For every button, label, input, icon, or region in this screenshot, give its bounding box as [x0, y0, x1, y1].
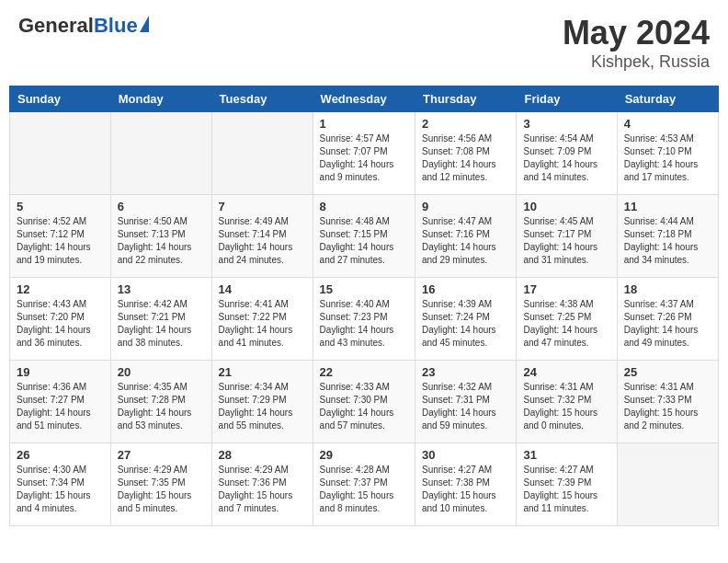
calendar-cell: 30Sunrise: 4:27 AMSunset: 7:38 PMDayligh… — [415, 443, 517, 526]
calendar-cell: 17Sunrise: 4:38 AMSunset: 7:25 PMDayligh… — [517, 278, 617, 361]
calendar-cell: 21Sunrise: 4:34 AMSunset: 7:29 PMDayligh… — [211, 361, 313, 443]
day-header-monday: Monday — [110, 86, 211, 112]
day-info: Sunrise: 4:56 AMSunset: 7:08 PMDaylight:… — [422, 132, 509, 184]
calendar-cell — [211, 112, 313, 195]
day-header-sunday: Sunday — [10, 86, 111, 112]
day-number: 1 — [320, 117, 408, 131]
calendar-week-4: 19Sunrise: 4:36 AMSunset: 7:27 PMDayligh… — [10, 361, 719, 443]
title-block: May 2024 Kishpek, Russia — [563, 14, 710, 72]
day-number: 24 — [523, 365, 609, 379]
day-info: Sunrise: 4:31 AMSunset: 7:33 PMDaylight:… — [624, 381, 711, 432]
day-number: 10 — [523, 200, 609, 213]
calendar-cell — [10, 112, 111, 195]
calendar-week-1: 1Sunrise: 4:57 AMSunset: 7:07 PMDaylight… — [10, 112, 719, 195]
calendar-cell: 14Sunrise: 4:41 AMSunset: 7:22 PMDayligh… — [211, 278, 313, 361]
day-number: 7 — [219, 200, 306, 213]
day-info: Sunrise: 4:37 AMSunset: 7:26 PMDaylight:… — [624, 298, 711, 350]
day-number: 27 — [118, 448, 205, 462]
day-info: Sunrise: 4:29 AMSunset: 7:36 PMDaylight:… — [219, 464, 306, 515]
calendar-cell: 23Sunrise: 4:32 AMSunset: 7:31 PMDayligh… — [415, 361, 517, 443]
day-number: 4 — [624, 117, 711, 131]
calendar-cell: 7Sunrise: 4:49 AMSunset: 7:14 PMDaylight… — [211, 195, 313, 278]
calendar-cell: 6Sunrise: 4:50 AMSunset: 7:13 PMDaylight… — [110, 195, 211, 278]
day-info: Sunrise: 4:41 AMSunset: 7:22 PMDaylight:… — [219, 298, 306, 350]
day-number: 11 — [624, 200, 711, 213]
day-info: Sunrise: 4:32 AMSunset: 7:31 PMDaylight:… — [422, 381, 509, 432]
calendar-cell: 2Sunrise: 4:56 AMSunset: 7:08 PMDaylight… — [415, 112, 517, 195]
logo: General Blue — [18, 14, 149, 38]
day-info: Sunrise: 4:47 AMSunset: 7:16 PMDaylight:… — [422, 215, 509, 267]
day-info: Sunrise: 4:54 AMSunset: 7:09 PMDaylight:… — [523, 132, 609, 184]
day-info: Sunrise: 4:44 AMSunset: 7:18 PMDaylight:… — [624, 215, 711, 267]
calendar-cell: 8Sunrise: 4:48 AMSunset: 7:15 PMDaylight… — [313, 195, 415, 278]
day-info: Sunrise: 4:35 AMSunset: 7:28 PMDaylight:… — [118, 381, 205, 432]
calendar-cell: 11Sunrise: 4:44 AMSunset: 7:18 PMDayligh… — [617, 195, 718, 278]
day-info: Sunrise: 4:48 AMSunset: 7:15 PMDaylight:… — [320, 215, 408, 267]
calendar-cell: 18Sunrise: 4:37 AMSunset: 7:26 PMDayligh… — [617, 278, 718, 361]
logo-general-text: General — [18, 14, 94, 38]
day-number: 17 — [523, 282, 609, 296]
day-info: Sunrise: 4:34 AMSunset: 7:29 PMDaylight:… — [219, 381, 306, 432]
calendar-cell: 13Sunrise: 4:42 AMSunset: 7:21 PMDayligh… — [110, 278, 211, 361]
day-info: Sunrise: 4:30 AMSunset: 7:34 PMDaylight:… — [17, 464, 104, 515]
day-info: Sunrise: 4:52 AMSunset: 7:12 PMDaylight:… — [17, 215, 104, 267]
calendar-week-5: 26Sunrise: 4:30 AMSunset: 7:34 PMDayligh… — [10, 443, 719, 526]
calendar-location: Kishpek, Russia — [563, 52, 710, 72]
calendar-cell: 27Sunrise: 4:29 AMSunset: 7:35 PMDayligh… — [110, 443, 211, 526]
calendar-cell: 19Sunrise: 4:36 AMSunset: 7:27 PMDayligh… — [10, 361, 111, 443]
day-info: Sunrise: 4:36 AMSunset: 7:27 PMDaylight:… — [17, 381, 104, 432]
calendar-cell — [110, 112, 211, 195]
calendar-cell: 9Sunrise: 4:47 AMSunset: 7:16 PMDaylight… — [415, 195, 517, 278]
day-header-saturday: Saturday — [617, 86, 718, 112]
day-number: 6 — [118, 200, 205, 213]
day-number: 13 — [118, 282, 205, 296]
day-info: Sunrise: 4:50 AMSunset: 7:13 PMDaylight:… — [118, 215, 205, 267]
day-number: 26 — [17, 448, 104, 462]
calendar-cell: 26Sunrise: 4:30 AMSunset: 7:34 PMDayligh… — [10, 443, 111, 526]
day-number: 21 — [219, 365, 306, 379]
day-number: 3 — [523, 117, 609, 131]
day-info: Sunrise: 4:38 AMSunset: 7:25 PMDaylight:… — [523, 298, 609, 350]
day-info: Sunrise: 4:45 AMSunset: 7:17 PMDaylight:… — [523, 215, 609, 267]
day-number: 8 — [320, 200, 408, 213]
calendar-cell: 29Sunrise: 4:28 AMSunset: 7:37 PMDayligh… — [313, 443, 415, 526]
day-number: 12 — [17, 282, 104, 296]
day-number: 19 — [17, 365, 104, 379]
day-number: 28 — [219, 448, 306, 462]
logo-triangle-icon — [140, 16, 149, 32]
calendar-cell: 3Sunrise: 4:54 AMSunset: 7:09 PMDaylight… — [517, 112, 617, 195]
day-info: Sunrise: 4:43 AMSunset: 7:20 PMDaylight:… — [17, 298, 104, 350]
calendar-cell: 16Sunrise: 4:39 AMSunset: 7:24 PMDayligh… — [415, 278, 517, 361]
day-number: 14 — [219, 282, 306, 296]
calendar-cell: 20Sunrise: 4:35 AMSunset: 7:28 PMDayligh… — [110, 361, 211, 443]
day-number: 31 — [523, 448, 609, 462]
calendar-cell: 4Sunrise: 4:53 AMSunset: 7:10 PMDaylight… — [617, 112, 718, 195]
calendar-cell: 25Sunrise: 4:31 AMSunset: 7:33 PMDayligh… — [617, 361, 718, 443]
calendar-week-2: 5Sunrise: 4:52 AMSunset: 7:12 PMDaylight… — [10, 195, 719, 278]
calendar-cell: 1Sunrise: 4:57 AMSunset: 7:07 PMDaylight… — [313, 112, 415, 195]
day-number: 23 — [422, 365, 509, 379]
calendar-cell: 22Sunrise: 4:33 AMSunset: 7:30 PMDayligh… — [313, 361, 415, 443]
calendar-cell: 12Sunrise: 4:43 AMSunset: 7:20 PMDayligh… — [10, 278, 111, 361]
day-info: Sunrise: 4:27 AMSunset: 7:38 PMDaylight:… — [422, 464, 509, 515]
day-header-thursday: Thursday — [415, 86, 517, 112]
day-number: 5 — [17, 200, 104, 213]
day-info: Sunrise: 4:28 AMSunset: 7:37 PMDaylight:… — [320, 464, 408, 515]
calendar-title: May 2024 — [563, 14, 710, 52]
calendar-cell: 5Sunrise: 4:52 AMSunset: 7:12 PMDaylight… — [10, 195, 111, 278]
day-header-friday: Friday — [517, 86, 617, 112]
day-header-wednesday: Wednesday — [313, 86, 415, 112]
calendar-cell: 15Sunrise: 4:40 AMSunset: 7:23 PMDayligh… — [313, 278, 415, 361]
day-info: Sunrise: 4:57 AMSunset: 7:07 PMDaylight:… — [320, 132, 408, 184]
day-info: Sunrise: 4:33 AMSunset: 7:30 PMDaylight:… — [320, 381, 408, 432]
calendar-cell: 10Sunrise: 4:45 AMSunset: 7:17 PMDayligh… — [517, 195, 617, 278]
day-info: Sunrise: 4:29 AMSunset: 7:35 PMDaylight:… — [118, 464, 205, 515]
day-info: Sunrise: 4:53 AMSunset: 7:10 PMDaylight:… — [624, 132, 711, 184]
calendar-cell: 24Sunrise: 4:31 AMSunset: 7:32 PMDayligh… — [517, 361, 617, 443]
calendar-table: SundayMondayTuesdayWednesdayThursdayFrid… — [9, 86, 719, 526]
day-info: Sunrise: 4:42 AMSunset: 7:21 PMDaylight:… — [118, 298, 205, 350]
day-info: Sunrise: 4:40 AMSunset: 7:23 PMDaylight:… — [320, 298, 408, 350]
calendar-cell: 28Sunrise: 4:29 AMSunset: 7:36 PMDayligh… — [211, 443, 313, 526]
day-number: 18 — [624, 282, 711, 296]
day-number: 20 — [118, 365, 205, 379]
